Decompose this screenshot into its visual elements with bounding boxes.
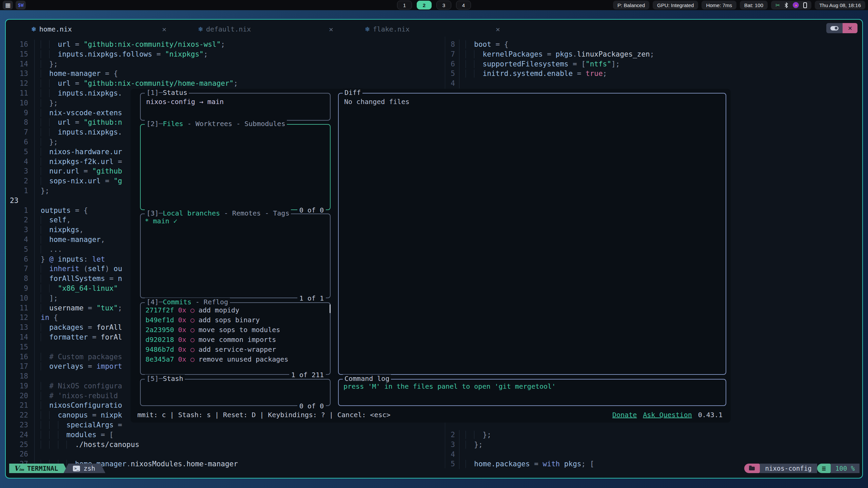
apps-grid-icon[interactable]: ▦: [3, 1, 13, 9]
code-text: inherit (self) ou: [34, 264, 122, 274]
commit-row[interactable]: 9486b7d0x○add service-wrapper: [141, 344, 330, 354]
code-text: nixosConfiguratio: [34, 401, 122, 410]
line-number: 6: [6, 255, 34, 264]
line-number: 2: [6, 215, 34, 225]
line-number: 13: [6, 323, 34, 332]
line-number: 10: [6, 98, 34, 108]
line-number: 3: [6, 166, 34, 176]
lazygit-status-panel[interactable]: [1]─Status nixos-config → main: [140, 93, 331, 121]
line-number: 15: [6, 49, 34, 59]
workspace-4[interactable]: 4: [456, 1, 471, 9]
editor-statusline: Vim TERMINAL >_ zsh nixos-config ≡ 100 %: [6, 464, 862, 473]
tab-close-icon[interactable]: ×: [162, 25, 166, 34]
tab-label: default.nix: [206, 25, 251, 33]
commits-scrollbar[interactable]: [330, 304, 331, 313]
code-text: forAllSystems = n: [34, 274, 122, 284]
line-number: 14: [6, 59, 34, 69]
line-number: 2: [6, 176, 34, 186]
lazygit-commits-panel[interactable]: [4]─Commits - Reflog 2717f2f0x○add mopid…: [140, 302, 331, 375]
scissors-icon[interactable]: ✂: [775, 2, 780, 8]
tab-close-icon[interactable]: ×: [496, 25, 500, 34]
code-line: 4: [446, 450, 862, 460]
code-text: "x86_64-linux": [34, 284, 118, 293]
tab-flake.nix[interactable]: ❄flake.nix×: [353, 22, 520, 36]
lazygit-files-panel[interactable]: [2]─Files - Worktrees - Submodules 0 of …: [140, 124, 331, 210]
code-text: sops-nix.url = "g: [34, 176, 122, 186]
repo-name: nixos-config: [760, 464, 817, 473]
ask-question-link[interactable]: Ask Question: [643, 411, 692, 419]
files-count: 0 of 0: [297, 206, 326, 214]
workspace-2[interactable]: 2: [417, 1, 432, 9]
tab-home.nix[interactable]: ❄home.nix×: [19, 22, 186, 36]
code-text: nixpkgs,: [34, 225, 83, 235]
line-number: 16: [6, 40, 34, 49]
code-text: # NixOS configura: [34, 381, 122, 391]
code-text: home-manager = {: [34, 69, 118, 79]
keybar-hints: mmit: c | Stash: s | Reset: D | Keybindi…: [137, 411, 391, 419]
branches-panel-title: [3]─Local branches - Remotes - Tags: [145, 209, 291, 217]
window-manager-logo-icon[interactable]: $W: [16, 1, 26, 9]
line-number: 26: [6, 449, 34, 459]
system-tray: ✂ ▲: [771, 1, 811, 9]
code-line: 13 home-manager = {: [6, 69, 445, 79]
commit-row[interactable]: 8e345a70x○remove unused packages: [141, 354, 330, 364]
commit-row[interactable]: 2717f2f0x○add mopidy: [141, 305, 330, 315]
commit-row[interactable]: d9202180x○move common imports: [141, 334, 330, 344]
line-number: 8: [6, 118, 34, 127]
workspace-1[interactable]: 1: [397, 1, 412, 9]
line-number: 5: [6, 147, 34, 157]
flame-icon[interactable]: ▲: [793, 2, 799, 8]
nix-snowflake-icon: ❄: [365, 25, 370, 33]
code-text: };: [459, 440, 483, 450]
status-pill[interactable]: GPU: Integrated: [653, 1, 698, 9]
commit-hash: 9486b7d: [145, 345, 174, 353]
line-number: 5: [6, 245, 34, 255]
clock[interactable]: Thu Aug 08, 18:16: [815, 1, 865, 9]
line-number: 23: [6, 196, 34, 206]
lazygit-command-log-panel[interactable]: Command log press 'M' in the files panel…: [338, 379, 726, 406]
tab-default.nix[interactable]: ❄default.nix×: [186, 22, 353, 36]
line-number: 14: [6, 332, 34, 342]
commit-row[interactable]: b49ef1d0x○add sops binary: [141, 315, 330, 325]
line-number: 3: [6, 225, 34, 235]
code-text: nixos-hardware.ur: [34, 147, 122, 157]
stash-panel-title: [5]─Stash: [145, 374, 185, 383]
code-line: 16 url = "github:nix-community/nixos-wsl…: [6, 40, 445, 49]
code-text: self,: [34, 215, 71, 225]
code-text: inputs.nixpkgs.: [34, 127, 122, 137]
status-pill[interactable]: Bat: 100: [740, 1, 768, 9]
status-pill[interactable]: P: Balanced: [613, 1, 649, 9]
code-line: 8 boot = {: [446, 40, 862, 49]
status-pills: P: BalancedGPU: IntegratedHome: 7msBat: …: [613, 1, 768, 9]
window-toggle-button[interactable]: [826, 23, 843, 33]
line-number: 7: [6, 264, 34, 274]
phone-icon[interactable]: [803, 2, 807, 8]
line-number: 15: [6, 342, 34, 352]
shell-segment: >_ zsh: [63, 464, 105, 473]
tab-close-icon[interactable]: ×: [329, 25, 333, 34]
donate-link[interactable]: Donate: [612, 411, 637, 419]
lazygit-stash-panel[interactable]: [5]─Stash 0 of 0: [140, 379, 331, 406]
code-text: in {: [34, 313, 58, 323]
lazygit-keybar: mmit: c | Stash: s | Reset: D | Keybindi…: [131, 410, 731, 420]
topbar-right: P: BalancedGPU: IntegratedHome: 7msBat: …: [613, 1, 865, 9]
code-text: } @ inputs: let: [34, 255, 105, 264]
tab-label: flake.nix: [373, 25, 410, 33]
grid-glyph: ▦: [5, 2, 11, 9]
topbar-left: ▦ $W: [3, 1, 26, 9]
commit-row[interactable]: 2a239500x○move sops to modules: [141, 325, 330, 334]
line-number: 2: [446, 430, 459, 440]
commit-subject: add mopidy: [198, 306, 239, 314]
commit-subject: move sops to modules: [198, 326, 280, 334]
workspace-3[interactable]: 3: [436, 1, 451, 9]
status-pill[interactable]: Home: 7ms: [702, 1, 736, 9]
bluetooth-icon[interactable]: [784, 2, 788, 8]
window-close-button[interactable]: ×: [843, 23, 857, 33]
branches-count: 1 of 1: [297, 294, 326, 302]
lazygit-branches-panel[interactable]: [3]─Local branches - Remotes - Tags * ma…: [140, 214, 331, 298]
nix-snowflake-icon: ❄: [198, 25, 203, 33]
code-text: inputs.nixpkgs.: [34, 88, 122, 98]
code-text: [34, 371, 41, 381]
code-text: formatter = forAl: [34, 332, 122, 342]
lazygit-diff-panel[interactable]: Diff No changed files: [338, 93, 726, 375]
